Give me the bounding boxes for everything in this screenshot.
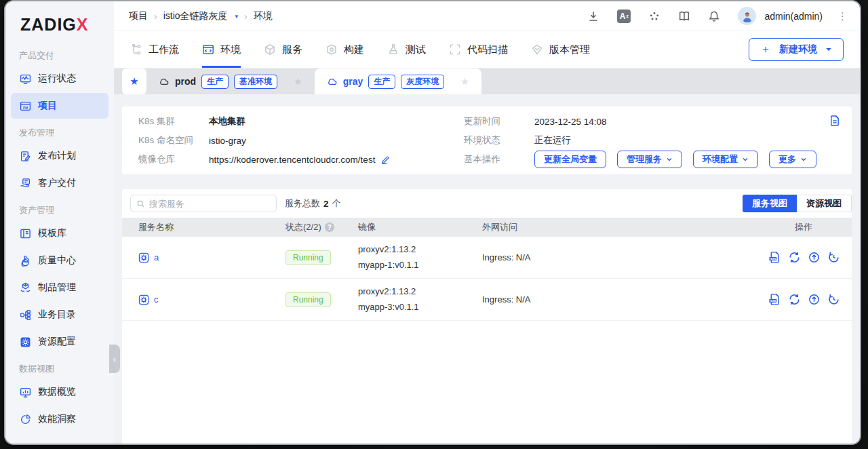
env-yaml-file-icon[interactable] (829, 115, 841, 127)
service-name-cell[interactable]: c (122, 294, 285, 305)
service-name-link[interactable]: a (154, 252, 159, 262)
button-label: 管理服务 (627, 153, 662, 165)
image-cell: proxyv2:1.13.2 myapp-3:v0.1.1 (358, 284, 482, 315)
tab-label: 工作流 (149, 43, 179, 56)
sidebar-item-performance-insight[interactable]: 效能洞察 (11, 406, 108, 432)
service-name-cell[interactable]: a (122, 252, 285, 263)
apps-icon[interactable] (648, 10, 660, 22)
image-line: proxyv2:1.13.2 (358, 284, 482, 300)
more-button[interactable]: 更多 (769, 151, 816, 168)
sidebar-item-running-status[interactable]: 运行状态 (11, 66, 108, 92)
chevron-down-icon[interactable]: ▾ (235, 13, 239, 20)
avatar-image (741, 10, 753, 22)
cloud-icon (327, 76, 338, 87)
breadcrumb-separator (244, 11, 248, 22)
breadcrumb-project-name[interactable]: istio全链路灰度 (163, 10, 228, 22)
view-toggle: 服务视图 资源视图 (743, 195, 852, 212)
basic-actions: 更新全局变量 管理服务 环境配置 更多 (534, 151, 822, 168)
help-icon[interactable]: ? (325, 222, 334, 232)
kebab-menu-icon[interactable]: ⋮ (837, 10, 848, 22)
env-tab-prod[interactable]: prod 生产 基准环境 ★ (146, 69, 315, 94)
bell-icon[interactable] (708, 10, 720, 22)
business-catalog-icon (20, 309, 31, 321)
image-line: proxyv2:1.13.2 (358, 242, 482, 258)
favorite-filter-button[interactable]: ★ (122, 69, 146, 94)
sidebar-item-business-catalog[interactable]: 业务目录 (11, 302, 108, 328)
star-icon[interactable]: ★ (460, 76, 469, 87)
main-area: 项目 istio全链路灰度 ▾ 环境 Az admin(admin) ⋮ (114, 1, 860, 444)
tab-workflows[interactable]: 工作流 (130, 31, 179, 68)
service-view-button[interactable]: 服务视图 (743, 195, 797, 212)
new-environment-label: 新建环境 (779, 43, 817, 56)
sidebar-item-template-library[interactable]: 模板库 (11, 220, 108, 246)
logo-text: ZADIG (20, 15, 77, 34)
project-icon: PM (20, 100, 31, 112)
manage-services-button[interactable]: 管理服务 (617, 151, 682, 168)
search-input[interactable] (149, 199, 271, 209)
sidebar-item-projects[interactable]: PM 项目 (11, 93, 108, 119)
yaml-icon[interactable]: YAML (768, 251, 781, 264)
tab-services[interactable]: 服务 (264, 31, 302, 68)
status-badge: Running (285, 250, 331, 265)
sidebar-item-resource-config[interactable]: 资源配置 (11, 329, 108, 355)
upgrade-icon[interactable] (808, 293, 821, 306)
service-search[interactable] (130, 195, 277, 212)
new-environment-button[interactable]: ＋ 新建环境 (749, 38, 844, 61)
sidebar-item-release-plan[interactable]: 发布计划 (11, 143, 108, 169)
project-nav-tabs: 工作流 环境 服务 构建 测试 代码扫描 (114, 31, 860, 69)
environment-info-card: K8s 集群 本地集群 K8s 命名空间 istio-gray 镜像仓库 htt… (122, 106, 852, 174)
sidebar-item-artifact-management[interactable]: 制品管理 (11, 275, 108, 300)
yaml-icon[interactable]: YAML (768, 293, 781, 306)
env-badge-gray: 灰度环境 (401, 75, 444, 89)
column-external-access: 外网访问 (482, 221, 736, 233)
edit-pencil-icon[interactable] (380, 155, 391, 165)
sidebar-item-customer-delivery[interactable]: 客户交付 (11, 170, 108, 196)
tab-label: 服务 (282, 43, 302, 56)
sidebar-item-quality-center[interactable]: 质量中心 (11, 248, 108, 273)
tab-label: 环境 (220, 43, 241, 56)
history-icon[interactable] (827, 293, 840, 306)
star-icon: ★ (130, 75, 138, 87)
column-image: 镜像 (358, 221, 482, 233)
upgrade-icon[interactable] (808, 251, 821, 264)
sidebar-item-label: 模板库 (38, 227, 66, 239)
service-name-link[interactable]: c (154, 294, 159, 305)
update-global-vars-button[interactable]: 更新全局变量 (534, 151, 606, 168)
button-label: 更新全局变量 (544, 153, 597, 165)
translate-icon[interactable]: Az (617, 9, 631, 23)
artifact-management-icon (20, 282, 31, 294)
avatar[interactable] (738, 7, 756, 25)
env-config-button[interactable]: 环境配置 (693, 151, 758, 168)
tab-builds[interactable]: 构建 (326, 31, 364, 68)
chevron-left-icon: ‹ (113, 354, 116, 364)
tab-code-scan[interactable]: 代码扫描 (449, 31, 508, 68)
monitor-wave-icon (20, 73, 31, 85)
status-cell: Running (285, 250, 358, 265)
service-total-unit: 个 (332, 197, 341, 210)
download-icon[interactable] (587, 10, 599, 22)
username[interactable]: admin(admin) (764, 11, 823, 22)
field-label: 更新时间 (464, 115, 534, 128)
docs-icon[interactable] (678, 10, 690, 22)
restart-icon[interactable] (788, 293, 801, 306)
service-total: 服务总数 2 个 (285, 197, 341, 210)
tab-environments[interactable]: 环境 (202, 31, 241, 68)
release-plan-icon (20, 151, 31, 162)
sidebar-section-release-management: 发布管理 (5, 125, 114, 142)
sidebar-collapse-handle[interactable]: ‹ (109, 345, 120, 373)
field-label: 基本操作 (464, 153, 534, 165)
history-icon[interactable] (827, 251, 840, 264)
sidebar-item-data-overview[interactable]: 数据概览 (11, 379, 108, 405)
tab-tests[interactable]: 测试 (387, 31, 426, 68)
star-icon[interactable]: ★ (294, 76, 302, 87)
sidebar-section-asset-management: 资产管理 (5, 203, 114, 219)
tab-version-management[interactable]: 版本管理 (531, 31, 590, 68)
restart-icon[interactable] (788, 251, 801, 264)
service-helm-icon (138, 294, 149, 305)
resource-config-icon (20, 336, 31, 348)
env-tab-gray[interactable]: gray 生产 灰度环境 ★ (315, 69, 481, 94)
breadcrumb-projects[interactable]: 项目 (129, 10, 148, 22)
operations-cell: YAML (736, 293, 852, 306)
zadigx-logo: ZADIGX (5, 11, 114, 41)
resource-view-button[interactable]: 资源视图 (797, 195, 852, 212)
